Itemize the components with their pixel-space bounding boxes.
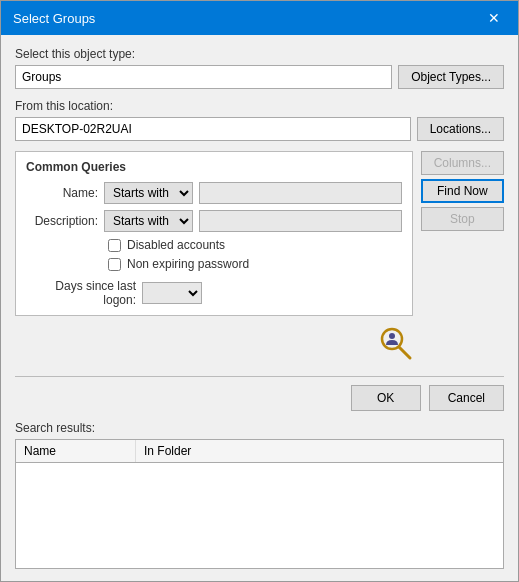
location-input[interactable]	[15, 117, 411, 141]
select-groups-dialog: Select Groups ✕ Select this object type:…	[0, 0, 519, 582]
locations-button[interactable]: Locations...	[417, 117, 504, 141]
location-row: Locations...	[15, 117, 504, 141]
disabled-accounts-row: Disabled accounts	[108, 238, 402, 252]
close-button[interactable]: ✕	[482, 9, 506, 27]
name-condition-dropdown[interactable]: Starts with Is (exactly) Ends with Conta…	[104, 182, 193, 204]
common-queries-box: Common Queries Name: Starts with Is (exa…	[15, 151, 413, 316]
search-icon	[377, 326, 413, 362]
description-row: Description: Starts with Is (exactly) En…	[26, 210, 402, 232]
svg-line-1	[399, 347, 410, 358]
object-type-input[interactable]	[15, 65, 392, 89]
queries-section: Common Queries Name: Starts with Is (exa…	[15, 151, 413, 366]
disabled-accounts-label: Disabled accounts	[127, 238, 225, 252]
non-expiring-row: Non expiring password	[108, 257, 402, 271]
days-row: Days since last logon: 1 7 14 30 60 90	[26, 279, 402, 307]
stop-button[interactable]: Stop	[421, 207, 504, 231]
description-value-input[interactable]	[199, 210, 402, 232]
col-name[interactable]: Name	[16, 440, 136, 462]
results-table: Name In Folder	[15, 439, 504, 569]
columns-button[interactable]: Columns...	[421, 151, 504, 175]
dialog-body: Select this object type: Object Types...…	[1, 35, 518, 581]
bottom-buttons: OK Cancel	[15, 385, 504, 411]
days-label: Days since last logon:	[26, 279, 136, 307]
results-body	[16, 463, 503, 543]
ok-button[interactable]: OK	[351, 385, 421, 411]
location-label: From this location:	[15, 99, 504, 113]
results-header: Name In Folder	[16, 440, 503, 463]
divider	[15, 376, 504, 377]
object-type-row: Object Types...	[15, 65, 504, 89]
col-folder[interactable]: In Folder	[136, 440, 503, 462]
cancel-button[interactable]: Cancel	[429, 385, 504, 411]
name-row: Name: Starts with Is (exactly) Ends with…	[26, 182, 402, 204]
dialog-title: Select Groups	[13, 11, 95, 26]
non-expiring-label: Non expiring password	[127, 257, 249, 271]
search-results-label: Search results:	[15, 421, 504, 435]
right-buttons: Columns... Find Now Stop	[421, 151, 504, 366]
svg-point-2	[389, 333, 395, 339]
description-condition-dropdown[interactable]: Starts with Is (exactly) Ends with Conta…	[104, 210, 193, 232]
name-label: Name:	[26, 186, 98, 200]
find-now-button[interactable]: Find Now	[421, 179, 504, 203]
main-area: Common Queries Name: Starts with Is (exa…	[15, 151, 504, 366]
common-queries-title: Common Queries	[26, 160, 402, 174]
name-value-input[interactable]	[199, 182, 402, 204]
days-dropdown[interactable]: 1 7 14 30 60 90	[142, 282, 202, 304]
object-types-button[interactable]: Object Types...	[398, 65, 504, 89]
search-icon-area	[15, 326, 413, 366]
non-expiring-checkbox[interactable]	[108, 258, 121, 271]
description-label: Description:	[26, 214, 98, 228]
disabled-accounts-checkbox[interactable]	[108, 239, 121, 252]
title-bar: Select Groups ✕	[1, 1, 518, 35]
object-type-label: Select this object type:	[15, 47, 504, 61]
